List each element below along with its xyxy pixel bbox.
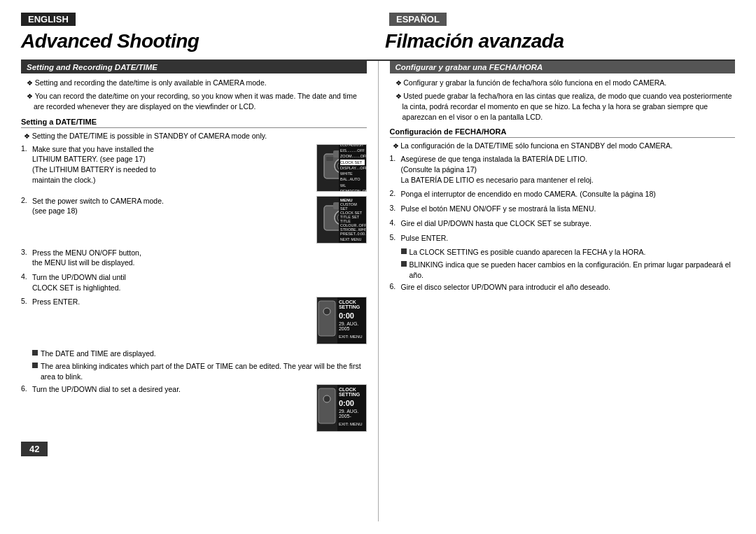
step-image-6: CLOCK SETTING 0:00 29. AUG. 2005- EXIT: … <box>316 384 367 432</box>
step-content-3: Press the MENU ON/OFF button,the MENU li… <box>32 248 367 268</box>
titles-row: Advanced Shooting Filmación avanzada <box>21 29 735 52</box>
sp-step-text-4: Gire el dial UP/DOWN hasta que CLOCK SET… <box>401 218 736 229</box>
english-step-6: 6. Turn the UP/DOWN dial to set a desire… <box>21 384 367 432</box>
sp-step-num-2: 2. <box>390 189 401 197</box>
step-content-1: Make sure that you have installed theLIT… <box>32 144 367 192</box>
english-title-area: Advanced Shooting <box>21 29 371 52</box>
step-image-2: MENU CUSTOM SET CLOCK SET TITLE SET TITL… <box>316 196 367 244</box>
english-main-title: Advanced Shooting <box>21 30 371 52</box>
english-sub-title: Setting a DATE/TIME <box>21 118 367 128</box>
sp-step-text-3: Pulse el botón MENU ON/OFF y se mostrará… <box>401 204 736 214</box>
sp-step-content-6: Gire el disco selector UP/DOWN para intr… <box>401 282 736 293</box>
english-intro: Setting and recording the date/time is o… <box>21 78 367 112</box>
step-text-1: Make sure that you have installed theLIT… <box>32 144 312 185</box>
spanish-column: Configurar y grabar una FECHA/HORA Confi… <box>379 61 736 521</box>
spanish-intro-1: Configurar y grabar la función de fecha/… <box>393 78 736 88</box>
step-image-1: MENU LCD ADJUST EIS..........OFF ZOOM...… <box>316 144 367 192</box>
sp-step-num-6: 6. <box>390 282 401 290</box>
sp-step-content-3: Pulse el botón MENU ON/OFF y se mostrará… <box>401 204 736 214</box>
step-content-5: Press ENTER. CLOCK SETTING 0:00 29. AUG.… <box>32 297 367 344</box>
spanish-step-2: 2. Ponga el interruptor de encendido en … <box>390 189 736 199</box>
spanish-square-text-2: BLINKING indica que se pueden hacer camb… <box>410 260 736 280</box>
sp-step-text-1: Asegúrese de que tenga instalada la BATE… <box>401 154 736 185</box>
english-step-4: 4. Turn the UP/DOWN dial untilCLOCK SET … <box>21 272 367 293</box>
svg-point-12 <box>323 395 330 402</box>
svg-rect-11 <box>318 388 335 423</box>
sp-step-text-6: Gire el disco selector UP/DOWN para intr… <box>401 282 736 293</box>
sp-step-text-2: Ponga el interruptor de encendido en mod… <box>401 189 736 199</box>
svg-rect-9 <box>318 301 335 336</box>
page-number: 42 <box>21 442 48 456</box>
sp-step-text-5: Pulse ENTER. <box>401 233 736 244</box>
english-intro-2: You can record the date/time on your rec… <box>24 91 367 112</box>
sp-step-content-4: Gire el dial UP/DOWN hasta que CLOCK SET… <box>401 218 736 229</box>
spanish-step-4: 4. Gire el dial UP/DOWN hasta que CLOCK … <box>390 218 736 229</box>
svg-rect-4 <box>326 157 333 161</box>
sp-step-num-4: 4. <box>390 218 401 227</box>
english-square-bullet-1: The DATE and TIME are displayed. The are… <box>21 349 367 381</box>
sp-step-content-5: Pulse ENTER. <box>401 233 736 244</box>
spanish-square-bullets: La CLOCK SETTING es posible cuando apare… <box>390 247 736 280</box>
step-content-6: Turn the UP/DOWN dial to set a desired y… <box>32 384 367 432</box>
spanish-title-area: Filmación avanzada <box>371 29 735 52</box>
step-num-4: 4. <box>21 272 32 281</box>
spanish-step-5: 5. Pulse ENTER. <box>390 233 736 244</box>
step-text-5: Press ENTER. <box>32 297 312 307</box>
page-number-box: 42 <box>21 436 367 456</box>
spanish-sub-title: Configuración de FECHA/HORA <box>390 127 736 138</box>
step-num-6: 6. <box>21 384 32 393</box>
step-text-6: Turn the UP/DOWN dial to set a desired y… <box>32 384 312 395</box>
step-text-3: Press the MENU ON/OFF button,the MENU li… <box>32 248 367 268</box>
sp-step-num-5: 5. <box>390 233 401 241</box>
english-square-text-1: The DATE and TIME are displayed. <box>41 349 156 359</box>
english-sub-bullet: Setting the DATE/TIME is possible in STA… <box>21 131 367 141</box>
english-badge: ENGLISH <box>21 13 76 26</box>
spanish-step-1: 1. Asegúrese de que tenga instalada la B… <box>390 154 736 185</box>
spanish-square-text-1: La CLOCK SETTING es posible cuando apare… <box>410 247 646 258</box>
sp-step-content-2: Ponga el interruptor de encendido en mod… <box>401 189 736 199</box>
english-intro-1: Setting and recording the date/time is o… <box>24 78 367 88</box>
spanish-intro: Configurar y grabar la función de fecha/… <box>390 78 736 122</box>
english-step-5: 5. Press ENTER. CLOCK SETTING 0:00 <box>21 297 367 344</box>
spanish-main-title: Filmación avanzada <box>385 30 735 52</box>
step-content-4: Turn the UP/DOWN dial untilCLOCK SET is … <box>32 272 367 293</box>
spanish-step-6: 6. Gire el disco selector UP/DOWN para i… <box>390 282 736 293</box>
spanish-section-header: Configurar y grabar una FECHA/HORA <box>390 61 736 73</box>
english-section-header: Setting and Recording DATE/TIME <box>21 61 367 73</box>
english-step-3: 3. Press the MENU ON/OFF button,the MENU… <box>21 248 367 268</box>
page: ENGLISH ESPAÑOL Advanced Shooting Filmac… <box>0 0 756 534</box>
step-num-2: 2. <box>21 196 32 204</box>
english-column: Setting and Recording DATE/TIME Setting … <box>21 61 379 521</box>
english-step-1: 1. Make sure that you have installed the… <box>21 144 367 192</box>
spanish-step-3: 3. Pulse el botón MENU ON/OFF y se mostr… <box>390 204 736 214</box>
step-image-5: CLOCK SETTING 0:00 29. AUG. 2005 EXIT: M… <box>316 297 367 344</box>
top-headers: ENGLISH ESPAÑOL <box>21 13 735 26</box>
spanish-sub-bullet: La configuración de la DATE/TIME sólo fu… <box>390 141 736 151</box>
spanish-header-col: ESPAÑOL <box>378 13 735 26</box>
svg-point-10 <box>323 308 330 315</box>
english-header-col: ENGLISH <box>21 13 378 26</box>
spanish-badge: ESPAÑOL <box>389 13 447 26</box>
step-num-3: 3. <box>21 248 32 256</box>
sp-step-content-1: Asegúrese de que tenga instalada la BATE… <box>401 154 736 185</box>
main-columns: Setting and Recording DATE/TIME Setting … <box>21 59 735 521</box>
step-num-1: 1. <box>21 144 32 153</box>
english-step-2: 2. Set the power switch to CAMERA mode.(… <box>21 196 367 244</box>
sp-step-num-3: 3. <box>390 204 401 212</box>
step-text-4: Turn the UP/DOWN dial untilCLOCK SET is … <box>32 272 367 293</box>
spanish-intro-2: Usted puede grabar la fecha/hora en las … <box>393 91 736 122</box>
step-text-2: Set the power switch to CAMERA mode.(see… <box>32 196 312 216</box>
english-square-text-2: The area blinking indicates which part o… <box>41 361 367 381</box>
step-content-2: Set the power switch to CAMERA mode.(see… <box>32 196 367 244</box>
step-num-5: 5. <box>21 297 32 305</box>
sp-step-num-1: 1. <box>390 154 401 162</box>
